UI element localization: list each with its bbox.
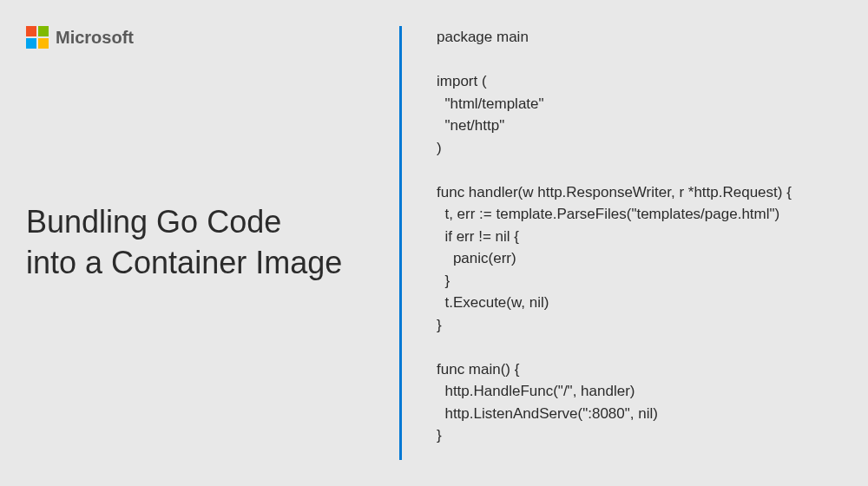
logo-square-red <box>26 26 36 36</box>
brand-name: Microsoft <box>56 28 134 48</box>
logo-square-blue <box>26 38 36 49</box>
code-block: package main import ( "html/template" "n… <box>437 26 868 447</box>
slide-content: Bundling Go Codeinto a Container Image p… <box>0 0 868 486</box>
logo-square-green <box>38 26 49 36</box>
brand-logo: Microsoft <box>26 26 134 49</box>
logo-square-yellow <box>38 38 49 49</box>
title-panel: Bundling Go Codeinto a Container Image <box>0 202 399 284</box>
slide-title: Bundling Go Codeinto a Container Image <box>26 202 399 284</box>
code-panel: package main import ( "html/template" "n… <box>402 0 868 447</box>
microsoft-logo-icon <box>26 26 49 49</box>
